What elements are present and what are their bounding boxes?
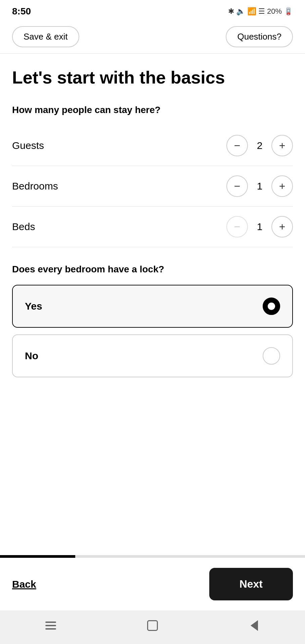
- guest-count-question: How many people can stay here?: [12, 105, 293, 115]
- android-back-button[interactable]: [246, 617, 263, 634]
- lock-yes-label: Yes: [25, 301, 42, 312]
- lock-option-no[interactable]: No: [12, 334, 293, 377]
- battery-text: 20%: [267, 7, 282, 16]
- beds-increment-button[interactable]: +: [271, 216, 293, 237]
- main-content: Let's start with the basics How many peo…: [0, 54, 305, 555]
- bedrooms-decrement-button[interactable]: −: [226, 175, 248, 197]
- progress-segment-1: [0, 555, 75, 558]
- guests-increment-button[interactable]: +: [271, 135, 293, 156]
- guests-row: Guests − 2 +: [12, 125, 293, 166]
- wifi-icon: 📶: [247, 7, 256, 16]
- back-button[interactable]: Back: [12, 579, 36, 590]
- bedrooms-increment-button[interactable]: +: [271, 175, 293, 197]
- bedrooms-controls: − 1 +: [226, 175, 293, 197]
- page-title: Let's start with the basics: [12, 67, 293, 88]
- beds-decrement-button[interactable]: −: [226, 216, 248, 237]
- lock-no-radio: [263, 347, 280, 365]
- android-menu-button[interactable]: [42, 617, 59, 634]
- signal-icon: ☰: [258, 7, 265, 16]
- bluetooth-icon: ✱: [228, 7, 234, 16]
- questions-button[interactable]: Questions?: [226, 26, 293, 47]
- guests-decrement-button[interactable]: −: [226, 135, 248, 156]
- next-button[interactable]: Next: [209, 568, 293, 600]
- lock-option-yes[interactable]: Yes: [12, 285, 293, 328]
- android-nav-bar: [0, 610, 305, 644]
- beds-value: 1: [255, 221, 265, 232]
- progress-segment-4: [230, 555, 305, 558]
- guests-controls: − 2 +: [226, 135, 293, 156]
- status-icons: ✱ 🔈 📶 ☰ 20% 🪫: [228, 7, 293, 16]
- lock-section: Does every bedroom have a lock? Yes No: [12, 264, 293, 377]
- bedrooms-row: Bedrooms − 1 +: [12, 166, 293, 207]
- status-bar: 8:50 ✱ 🔈 📶 ☰ 20% 🪫: [0, 0, 305, 20]
- beds-label: Beds: [12, 221, 35, 232]
- lock-no-label: No: [25, 350, 38, 362]
- beds-row: Beds − 1 +: [12, 207, 293, 247]
- bottom-nav: Back Next: [0, 558, 305, 610]
- mute-icon: 🔈: [236, 7, 245, 16]
- guests-value: 2: [255, 140, 265, 151]
- progress-section: [0, 555, 305, 558]
- android-home-button[interactable]: [144, 617, 161, 634]
- battery-icon: 🪫: [284, 7, 293, 16]
- save-exit-button[interactable]: Save & exit: [12, 26, 79, 47]
- guests-label: Guests: [12, 140, 44, 151]
- lock-yes-radio: [263, 298, 280, 315]
- top-nav: Save & exit Questions?: [0, 20, 305, 54]
- progress-segment-2: [77, 555, 152, 558]
- progress-bar: [0, 555, 305, 558]
- bedrooms-value: 1: [255, 180, 265, 192]
- lock-question: Does every bedroom have a lock?: [12, 264, 293, 275]
- guest-count-section: How many people can stay here? Guests − …: [12, 105, 293, 247]
- status-time: 8:50: [12, 6, 31, 17]
- progress-segment-3: [153, 555, 228, 558]
- bedrooms-label: Bedrooms: [12, 180, 58, 192]
- beds-controls: − 1 +: [226, 216, 293, 237]
